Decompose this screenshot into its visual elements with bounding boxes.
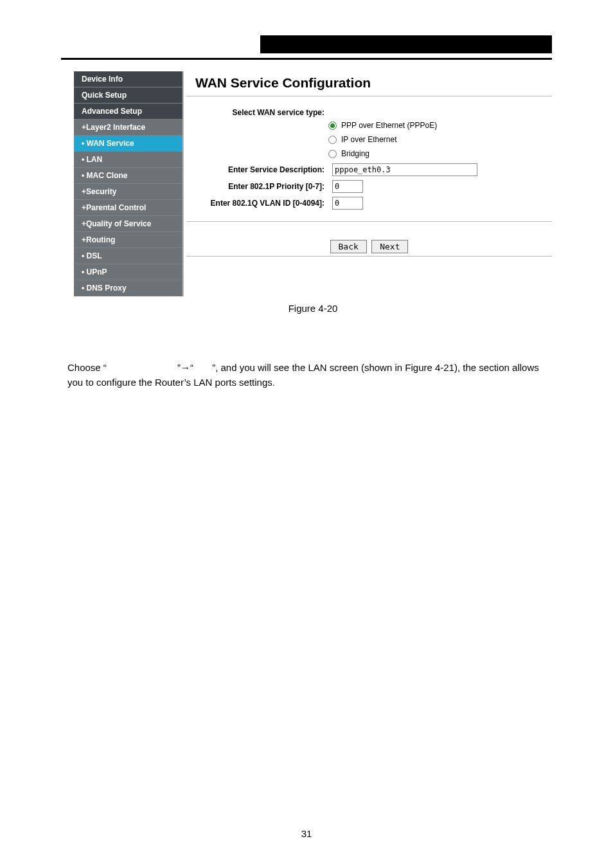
sidebar-item-mac-clone[interactable]: • MAC Clone xyxy=(74,168,182,184)
arrow-icon: → xyxy=(181,362,190,373)
page-title: WAN Service Configuration xyxy=(186,71,552,95)
content-divider-mid xyxy=(186,221,552,222)
back-button[interactable]: Back xyxy=(330,240,367,253)
sidebar-item-routing[interactable]: +Routing xyxy=(74,232,182,248)
radio-bridging-label: Bridging xyxy=(341,149,369,158)
next-button[interactable]: Next xyxy=(371,240,408,253)
header-product-bar xyxy=(260,35,552,53)
radio-icon xyxy=(328,150,337,158)
radio-icon xyxy=(328,136,337,144)
sidebar-item-layer2-interface[interactable]: +Layer2 Interface xyxy=(74,120,182,136)
radio-ipoe[interactable]: IP over Ethernet xyxy=(186,135,552,144)
select-wan-type-label: Select WAN service type: xyxy=(186,108,328,117)
body-paragraph: Choose “Advanced Setup”→“LAN”, and you w… xyxy=(67,360,552,390)
content-divider-bottom xyxy=(186,256,552,257)
router-admin-figure: Device Info Quick Setup Advanced Setup +… xyxy=(74,71,552,314)
sidebar-item-dns-proxy[interactable]: • DNS Proxy xyxy=(74,280,182,296)
content-divider-top xyxy=(186,96,552,96)
sidebar-item-security[interactable]: +Security xyxy=(74,184,182,200)
sidebar-item-parental-control[interactable]: +Parental Control xyxy=(74,200,182,216)
8021q-vlan-label: Enter 802.1Q VLAN ID [0-4094]: xyxy=(186,199,328,208)
radio-bridging[interactable]: Bridging xyxy=(186,149,552,158)
service-description-label: Enter Service Description: xyxy=(186,165,328,174)
sidebar-item-qos[interactable]: +Quality of Service xyxy=(74,216,182,232)
radio-pppoe-label: PPP over Ethernet (PPPoE) xyxy=(341,121,437,130)
8021p-priority-input[interactable] xyxy=(332,180,363,193)
header-rule xyxy=(61,58,552,60)
8021q-vlan-input[interactable] xyxy=(332,197,363,210)
service-description-input[interactable] xyxy=(332,163,477,176)
sidebar-item-device-info[interactable]: Device Info xyxy=(74,71,182,87)
sidebar-item-quick-setup[interactable]: Quick Setup xyxy=(74,87,182,104)
radio-ipoe-label: IP over Ethernet xyxy=(341,135,397,144)
content-panel: WAN Service Configuration Select WAN ser… xyxy=(186,71,552,257)
sidebar-item-lan[interactable]: • LAN xyxy=(74,152,182,168)
sidebar-item-advanced-setup[interactable]: Advanced Setup xyxy=(74,104,182,120)
figure-caption: Figure 4-20 xyxy=(74,303,552,314)
sidebar-item-dsl[interactable]: • DSL xyxy=(74,248,182,264)
sidebar-item-upnp[interactable]: • UPnP xyxy=(74,264,182,280)
sidebar-item-wan-service[interactable]: • WAN Service xyxy=(74,136,182,152)
radio-pppoe[interactable]: PPP over Ethernet (PPPoE) xyxy=(186,121,552,130)
8021p-priority-label: Enter 802.1P Priority [0-7]: xyxy=(186,182,328,191)
radio-icon xyxy=(328,122,337,130)
sidebar-nav: Device Info Quick Setup Advanced Setup +… xyxy=(74,71,184,296)
